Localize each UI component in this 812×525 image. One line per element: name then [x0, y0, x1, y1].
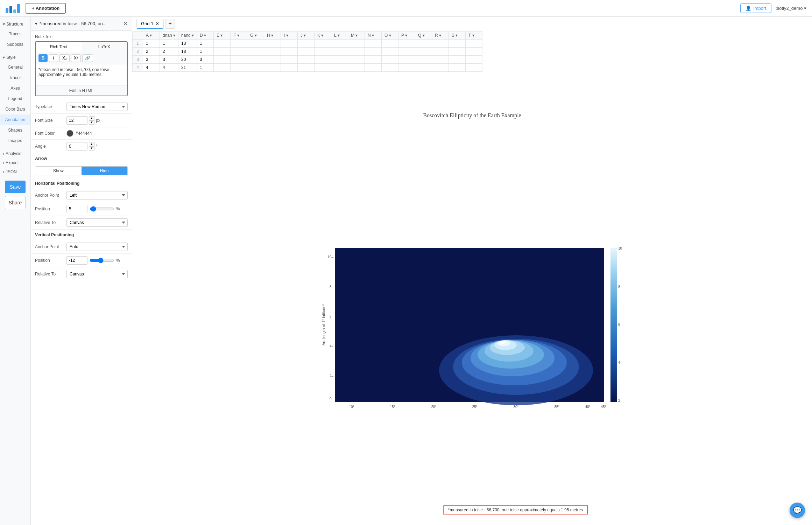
h-position-input[interactable]	[66, 205, 87, 213]
font-size-decrement[interactable]: ▼	[89, 120, 94, 125]
table-cell[interactable]	[214, 48, 231, 56]
col-header-S[interactable]: S ▾	[449, 31, 466, 40]
table-cell[interactable]	[298, 56, 315, 64]
table-cell[interactable]	[315, 56, 331, 64]
angle-input[interactable]	[66, 142, 87, 150]
table-cell[interactable]	[281, 40, 298, 48]
table-cell[interactable]	[264, 48, 281, 56]
table-cell[interactable]	[365, 48, 382, 56]
edit-html-button[interactable]: Edit in HTML	[36, 85, 127, 96]
font-color-swatch[interactable]	[66, 130, 73, 137]
table-cell[interactable]	[382, 48, 398, 56]
table-cell[interactable]	[214, 64, 231, 72]
col-header-I[interactable]: I ▾	[281, 31, 298, 40]
table-cell[interactable]: 3	[143, 56, 160, 64]
table-cell[interactable]	[348, 48, 365, 56]
col-header-Q[interactable]: Q ▾	[415, 31, 432, 40]
table-cell[interactable]: 21	[178, 64, 197, 72]
sidebar-item-subplots[interactable]: Subplots	[0, 39, 30, 50]
table-cell[interactable]	[298, 40, 315, 48]
col-header-A[interactable]: A ▾	[143, 31, 160, 40]
col-header-N[interactable]: N ▾	[365, 31, 382, 40]
table-cell[interactable]	[398, 64, 415, 72]
col-header-R[interactable]: R ▾	[432, 31, 449, 40]
table-cell[interactable]	[331, 64, 348, 72]
col-header-F[interactable]: F ▾	[231, 31, 247, 40]
superscript-button[interactable]: X²	[71, 54, 81, 62]
table-cell[interactable]	[331, 56, 348, 64]
table-cell[interactable]: 1	[197, 48, 214, 56]
sidebar-json-header[interactable]: › JSON	[0, 167, 30, 176]
table-cell[interactable]: 1	[143, 40, 160, 48]
table-cell[interactable]	[247, 56, 264, 64]
table-cell[interactable]: 18	[178, 48, 197, 56]
tab-latex[interactable]: LaTeX	[82, 42, 127, 52]
import-button[interactable]: 👤 Import	[740, 4, 771, 13]
col-header-M[interactable]: M ▾	[348, 31, 365, 40]
table-cell[interactable]: 2	[160, 48, 178, 56]
table-cell[interactable]	[331, 48, 348, 56]
table-cell[interactable]	[449, 40, 466, 48]
table-cell[interactable]	[214, 56, 231, 64]
sidebar-item-axes[interactable]: Axes	[0, 83, 30, 93]
sidebar-item-annotation[interactable]: Annotation	[0, 114, 30, 125]
table-cell[interactable]	[281, 48, 298, 56]
table-cell[interactable]	[264, 40, 281, 48]
table-cell[interactable]	[415, 40, 432, 48]
table-cell[interactable]: 1	[197, 64, 214, 72]
table-cell[interactable]	[281, 64, 298, 72]
link-button[interactable]: 🔗	[82, 54, 93, 62]
col-header-D[interactable]: D ▾	[197, 31, 214, 40]
col-header-K[interactable]: K ▾	[315, 31, 331, 40]
table-cell[interactable]	[315, 48, 331, 56]
table-cell[interactable]: 4	[143, 64, 160, 72]
table-cell[interactable]	[231, 40, 247, 48]
table-cell[interactable]	[432, 40, 449, 48]
table-cell[interactable]	[365, 56, 382, 64]
table-cell[interactable]: 2	[143, 48, 160, 56]
col-header-E[interactable]: E ▾	[214, 31, 231, 40]
table-cell[interactable]	[315, 40, 331, 48]
font-size-increment[interactable]: ▲	[89, 116, 94, 120]
sidebar-structure-header[interactable]: ▾ Structure	[0, 20, 30, 29]
h-relative-select[interactable]: Canvas	[66, 218, 128, 227]
table-cell[interactable]	[466, 48, 482, 56]
save-button[interactable]: Save	[5, 181, 26, 193]
table-cell[interactable]	[415, 56, 432, 64]
col-header-H[interactable]: H ▾	[264, 31, 281, 40]
table-cell[interactable]	[466, 64, 482, 72]
user-info[interactable]: plotly2_demo ▾	[776, 6, 806, 11]
table-cell[interactable]: 3	[197, 56, 214, 64]
col-header-P[interactable]: P ▾	[398, 31, 415, 40]
table-cell[interactable]	[365, 40, 382, 48]
add-tab-button[interactable]: +	[165, 19, 175, 29]
table-cell[interactable]: 13	[178, 40, 197, 48]
chat-bubble[interactable]: 💬	[790, 503, 805, 518]
table-cell[interactable]	[449, 64, 466, 72]
sidebar-item-legend[interactable]: Legend	[0, 93, 30, 104]
table-cell[interactable]	[466, 56, 482, 64]
table-cell[interactable]	[415, 48, 432, 56]
table-cell[interactable]	[365, 64, 382, 72]
table-cell[interactable]	[264, 56, 281, 64]
share-button[interactable]: Share	[5, 196, 26, 209]
col-header-O[interactable]: O ▾	[382, 31, 398, 40]
table-cell[interactable]	[382, 64, 398, 72]
table-cell[interactable]: 1	[160, 40, 178, 48]
table-cell[interactable]	[231, 56, 247, 64]
annotation-button[interactable]: + Annotation	[26, 3, 66, 14]
col-header-hand[interactable]: hand ▾	[178, 31, 197, 40]
sidebar-item-shapes[interactable]: Shapes	[0, 125, 30, 135]
table-cell[interactable]	[415, 64, 432, 72]
table-cell[interactable]	[247, 64, 264, 72]
table-cell[interactable]	[432, 48, 449, 56]
table-cell[interactable]	[449, 48, 466, 56]
table-cell[interactable]	[398, 56, 415, 64]
arrow-hide-button[interactable]: Hide	[82, 167, 128, 175]
grid-tab-1[interactable]: Grid 1 ✕	[136, 19, 164, 29]
italic-button[interactable]: I	[49, 54, 58, 62]
sidebar-item-traces-top[interactable]: Traces	[0, 29, 30, 39]
table-cell[interactable]	[298, 64, 315, 72]
sidebar-item-traces-style[interactable]: Traces	[0, 72, 30, 83]
table-cell[interactable]: 1	[197, 40, 214, 48]
